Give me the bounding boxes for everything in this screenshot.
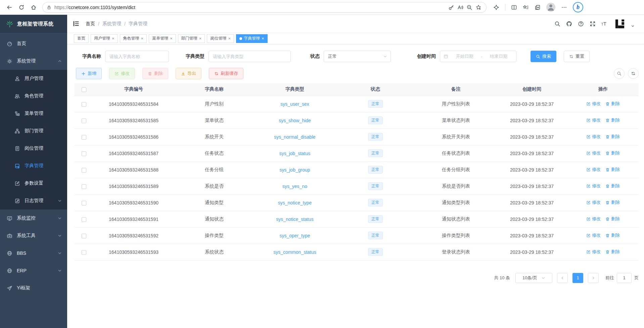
yi-framework-logo[interactable] xyxy=(615,19,625,29)
row-checkbox[interactable] xyxy=(82,119,86,123)
add-favorite-star-icon[interactable] xyxy=(475,4,481,10)
row-edit-button[interactable]: 修改 xyxy=(586,101,601,107)
more-menu-icon[interactable] xyxy=(561,4,567,10)
status-select[interactable]: 正常 xyxy=(324,51,391,62)
export-button[interactable]: 导出 xyxy=(176,68,201,79)
tab-home[interactable]: 首页 xyxy=(74,34,89,43)
tab-role-mgmt[interactable]: 角色管理× xyxy=(120,34,147,43)
read-aloud-icon[interactable] xyxy=(457,4,463,10)
sidebar-item-erp[interactable]: ERP xyxy=(0,262,67,279)
row-edit-button[interactable]: 修改 xyxy=(586,249,601,255)
sidebar-item-user-mgmt[interactable]: 用户管理 xyxy=(0,70,67,87)
row-delete-button[interactable]: 删除 xyxy=(605,101,620,107)
favorites-icon[interactable] xyxy=(523,4,529,10)
browser-refresh-button[interactable] xyxy=(15,2,28,13)
row-edit-button[interactable]: 修改 xyxy=(586,150,601,156)
row-edit-button[interactable]: 修改 xyxy=(586,216,601,222)
github-icon[interactable] xyxy=(566,21,572,27)
cell-dict-type-link[interactable]: sys_job_group xyxy=(279,167,310,173)
row-edit-button[interactable]: 修改 xyxy=(586,183,601,189)
collections-icon[interactable] xyxy=(535,4,541,10)
cell-dict-type-link[interactable]: sys_common_status xyxy=(273,249,316,255)
sidebar-item-bbs[interactable]: BBS xyxy=(0,244,67,262)
goto-page-input[interactable] xyxy=(617,273,632,283)
row-delete-button[interactable]: 删除 xyxy=(605,150,620,156)
row-checkbox[interactable] xyxy=(82,201,86,205)
row-checkbox[interactable] xyxy=(82,102,86,107)
row-delete-button[interactable]: 删除 xyxy=(605,216,620,222)
search-button[interactable]: 搜索 xyxy=(531,51,556,62)
refresh-cache-button[interactable]: 刷新缓存 xyxy=(209,68,243,79)
dict-type-input[interactable] xyxy=(209,51,291,62)
close-icon[interactable]: × xyxy=(228,36,231,41)
help-icon[interactable] xyxy=(578,21,584,27)
cell-dict-type-link[interactable]: sys_notice_type xyxy=(278,200,312,205)
close-icon[interactable]: × xyxy=(262,36,264,41)
row-checkbox[interactable] xyxy=(82,151,86,156)
add-button[interactable]: 新增 xyxy=(76,68,102,79)
row-checkbox[interactable] xyxy=(82,168,86,173)
fontsize-icon[interactable]: TT xyxy=(601,21,606,26)
row-delete-button[interactable]: 删除 xyxy=(605,134,620,140)
sidebar-item-post-mgmt[interactable]: 岗位管理 xyxy=(0,140,67,157)
breadcrumb-item[interactable]: 首页 xyxy=(86,21,95,27)
dict-name-input[interactable] xyxy=(105,51,169,62)
row-edit-button[interactable]: 修改 xyxy=(586,167,601,173)
sidebar-item-log-mgmt[interactable]: 日志管理 xyxy=(0,192,67,209)
sidebar-item-system-tools[interactable]: 系统工具 xyxy=(0,227,67,244)
chevron-down-icon[interactable] xyxy=(631,24,635,28)
row-edit-button[interactable]: 修改 xyxy=(586,232,601,238)
close-icon[interactable]: × xyxy=(170,36,173,41)
row-checkbox[interactable] xyxy=(82,217,86,222)
cell-dict-type-link[interactable]: sys_oper_type xyxy=(279,233,310,238)
sidebar-item-role-mgmt[interactable]: 角色管理 xyxy=(0,87,67,105)
hamburger-icon[interactable] xyxy=(73,20,80,27)
select-all-checkbox[interactable] xyxy=(82,87,86,92)
cell-dict-type-link[interactable]: sys_show_hide xyxy=(279,118,311,123)
row-checkbox[interactable] xyxy=(82,184,86,189)
row-checkbox[interactable] xyxy=(82,250,86,255)
breadcrumb-item[interactable]: 系统管理 xyxy=(102,21,121,27)
split-screen-icon[interactable] xyxy=(511,4,517,10)
profile-avatar[interactable] xyxy=(546,3,555,12)
zoom-out-icon[interactable] xyxy=(466,4,472,10)
bing-chat-icon[interactable]: b xyxy=(573,2,583,12)
sparkle-icon[interactable] xyxy=(493,4,499,10)
show-search-toggle-button[interactable] xyxy=(614,68,625,79)
search-icon[interactable] xyxy=(554,21,560,27)
tab-dict-mgmt[interactable]: 字典管理× xyxy=(236,34,268,43)
next-page-button[interactable] xyxy=(588,273,599,283)
sidebar-item-home[interactable]: 首页 xyxy=(0,35,67,52)
close-icon[interactable]: × xyxy=(112,36,114,41)
page-number-button[interactable]: 1 xyxy=(572,273,583,283)
tab-dept-mgmt[interactable]: 部门管理× xyxy=(178,34,205,43)
sidebar-item-system-monitor[interactable]: 系统监控 xyxy=(0,209,67,227)
row-delete-button[interactable]: 删除 xyxy=(605,117,620,123)
row-delete-button[interactable]: 删除 xyxy=(605,232,620,238)
row-checkbox[interactable] xyxy=(82,234,86,238)
modify-button[interactable]: 修改 xyxy=(109,68,135,79)
refresh-table-button[interactable] xyxy=(628,68,639,79)
tab-menu-mgmt[interactable]: 菜单管理× xyxy=(149,34,176,43)
close-icon[interactable]: × xyxy=(199,36,202,41)
row-checkbox[interactable] xyxy=(82,135,86,140)
address-bar[interactable]: https://ccnetcore.com:1101/system/dict xyxy=(42,2,487,13)
sidebar-item-param-settings[interactable]: 参数设置 xyxy=(0,175,67,192)
row-delete-button[interactable]: 删除 xyxy=(605,167,620,173)
saved-password-key-icon[interactable] xyxy=(448,4,454,10)
cell-dict-type-link[interactable]: sys_job_status xyxy=(279,151,311,156)
sidebar-item-yi-framework[interactable]: Yi框架 xyxy=(0,279,67,297)
fullscreen-icon[interactable] xyxy=(590,21,596,27)
cell-dict-type-link[interactable]: sys_yes_no xyxy=(282,184,307,189)
tab-post-mgmt[interactable]: 岗位管理× xyxy=(207,34,234,43)
row-delete-button[interactable]: 删除 xyxy=(605,183,620,189)
delete-button[interactable]: 删除 xyxy=(142,68,168,79)
prev-page-button[interactable] xyxy=(557,273,568,283)
cell-dict-type-link[interactable]: sys_notice_status xyxy=(276,217,313,222)
sidebar-item-system-mgmt[interactable]: 系统管理 xyxy=(0,52,67,70)
row-delete-button[interactable]: 删除 xyxy=(605,199,620,205)
sidebar-item-dept-mgmt[interactable]: 部门管理 xyxy=(0,122,67,140)
page-size-select[interactable]: 10条/页 xyxy=(515,273,552,283)
cell-dict-type-link[interactable]: sys_user_sex xyxy=(280,101,309,107)
row-edit-button[interactable]: 修改 xyxy=(586,134,601,140)
